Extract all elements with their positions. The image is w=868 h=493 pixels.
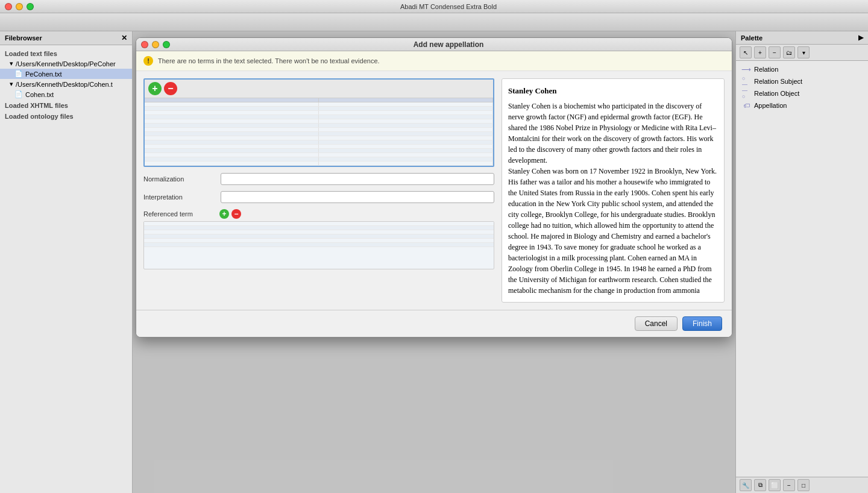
tree-section-xhtml: Loaded XHTML files (0, 99, 132, 110)
tree-folder-1[interactable]: ▾ /Users/Kenneth/Desktop/PeCoher (0, 58, 132, 69)
interpretation-row: Interpretation (143, 191, 494, 203)
normalization-label: Normalization (143, 175, 216, 183)
palette-item-relation-object-label: Relation Object (754, 90, 799, 97)
table-row (145, 102, 493, 107)
ref-table-row (144, 230, 494, 234)
modal-max-button[interactable] (163, 41, 170, 48)
ref-term-table-inner (144, 222, 494, 247)
referenced-term-label: Referenced term (143, 210, 216, 218)
sidebar-header: Filebrowser ✕ (0, 31, 132, 45)
appellation-icon: 🏷 (742, 101, 750, 110)
zoom-in-button[interactable]: + (754, 46, 766, 58)
table-row (145, 136, 493, 140)
ref-table-row (144, 226, 494, 230)
referenced-term-section: Referenced term + − (143, 209, 494, 269)
main-content: Add new appellation ! There are no terms… (133, 31, 735, 493)
relation-icon: ⟶ (742, 65, 750, 74)
table-row (145, 145, 493, 149)
dropdown-button[interactable]: ▾ (797, 46, 810, 58)
wrench-button[interactable]: 🔧 (740, 479, 752, 491)
table-row (145, 124, 493, 128)
cursor-tool-button[interactable]: ↖ (740, 46, 752, 58)
palette-header: Palette ▶ (736, 31, 868, 45)
table-row (145, 107, 493, 111)
screen-button[interactable]: ⬜ (769, 479, 781, 491)
title-bar-buttons (5, 3, 34, 10)
palette-item-appellation[interactable]: 🏷 Appellation (736, 99, 868, 111)
table-row (145, 162, 493, 166)
close-button[interactable] (5, 3, 12, 10)
modal-overlay: Add new appellation ! There are no terms… (133, 31, 735, 493)
sidebar-title: Filebrowser (5, 34, 42, 42)
palette-item-relation-label: Relation (754, 66, 778, 73)
add-appellation-modal: Add new appellation ! There are no terms… (136, 37, 732, 338)
referenced-term-header: Referenced term + − (143, 209, 494, 219)
folder-button[interactable]: 🗂 (783, 46, 795, 58)
table-row (145, 140, 493, 145)
modal-footer: Cancel Finish (136, 310, 732, 337)
maximize-button[interactable] (27, 3, 34, 10)
ref-table-row (144, 234, 494, 239)
modal-warning-bar: ! There are no terms in the text selecte… (136, 51, 732, 71)
palette-toolbar: ↖ + − 🗂 ▾ (736, 45, 868, 61)
table-row (145, 119, 493, 124)
tree-section-ontology: Loaded ontology files (0, 110, 132, 121)
left-sidebar: Filebrowser ✕ Loaded text files ▾ /Users… (0, 31, 133, 493)
interpretation-input[interactable] (221, 191, 494, 203)
sidebar-close-icon[interactable]: ✕ (121, 34, 127, 42)
remove-ref-term-button[interactable]: − (231, 209, 241, 219)
folder-icon: ▾ (10, 60, 13, 68)
cancel-button[interactable]: Cancel (635, 316, 678, 331)
table-row (145, 149, 493, 153)
ref-term-buttons: + − (219, 209, 241, 219)
palette-item-relation[interactable]: ⟶ Relation (736, 63, 868, 75)
relation-subject-icon: ○— (742, 77, 750, 86)
tree-file-pecohen[interactable]: 📄 PeCohen.txt (0, 69, 132, 79)
table-toolbar: + − (145, 80, 493, 98)
add-row-button[interactable]: + (148, 82, 162, 95)
minimize-panel-button[interactable]: − (783, 479, 795, 491)
expand-panel-button[interactable]: □ (797, 479, 810, 491)
minimize-button[interactable] (16, 3, 23, 10)
finish-button[interactable]: Finish (682, 316, 722, 331)
title-bar: Abadi MT Condensed Extra Bold (0, 0, 868, 13)
palette-item-relation-subject-label: Relation Subject (754, 78, 802, 85)
normalization-row: Normalization (143, 173, 494, 185)
palette-item-relation-object[interactable]: —○ Relation Object (736, 87, 868, 99)
palette-expand-icon[interactable]: ▶ (858, 34, 863, 42)
folder-icon-2: ▾ (10, 80, 13, 88)
text-content-body: Stanley Cohen is a biochemist who partic… (508, 101, 718, 296)
modal-close-button[interactable] (141, 41, 148, 48)
modal-titlebar: Add new appellation (136, 38, 732, 51)
table-row (145, 115, 493, 119)
interpretation-label: Interpretation (143, 193, 216, 201)
modal-form-area: + − (143, 78, 494, 303)
remove-row-button[interactable]: − (164, 82, 177, 95)
file-icon-2: 📄 (14, 90, 23, 98)
ref-table-row (144, 239, 494, 243)
normalization-input[interactable] (221, 173, 494, 185)
palette-item-relation-subject[interactable]: ○— Relation Subject (736, 75, 868, 87)
appellation-table-container: + − (143, 78, 494, 167)
text-content-title: Stanley Cohen (508, 85, 718, 97)
table-row (145, 111, 493, 115)
text-content-panel: Stanley Cohen Stanley Cohen is a biochem… (502, 78, 725, 303)
tree-section-loaded-text: Loaded text files (0, 48, 132, 58)
table-row (145, 128, 493, 132)
warning-icon: ! (143, 56, 153, 66)
palette-item-appellation-label: Appellation (754, 102, 787, 109)
copy-button[interactable]: ⧉ (754, 479, 766, 491)
modal-body: + − (136, 71, 732, 310)
add-ref-term-button[interactable]: + (219, 209, 229, 219)
modal-titlebar-buttons (141, 41, 170, 48)
ref-table-row (144, 243, 494, 247)
right-panel: Palette ▶ ↖ + − 🗂 ▾ ⟶ Relation ○— Relati… (735, 31, 868, 493)
zoom-out-button[interactable]: − (769, 46, 781, 58)
file-icon: 📄 (14, 70, 23, 78)
tree-folder-2[interactable]: ▾ /Users/Kenneth/Desktop/Cohen.t (0, 79, 132, 89)
warning-text: There are no terms in the text selected.… (158, 57, 380, 64)
table-row (145, 153, 493, 157)
app-toolbar (0, 13, 868, 31)
tree-file-cohen[interactable]: 📄 Cohen.txt (0, 89, 132, 99)
modal-min-button[interactable] (152, 41, 159, 48)
